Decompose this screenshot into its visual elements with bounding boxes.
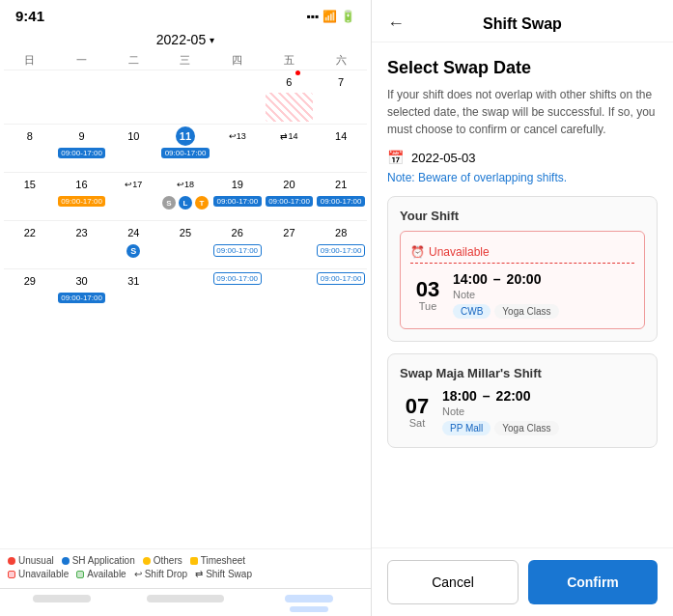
swap-shift-card: Swap Maja Millar's Shift 07 Sat 18:00 – …: [387, 353, 658, 448]
cancel-button[interactable]: Cancel: [387, 560, 519, 604]
section-title: Select Swap Date: [387, 58, 658, 78]
tab-bar-1: [33, 595, 91, 602]
shift-bar-20: 09:00-17:00: [266, 196, 314, 207]
day-cell-25[interactable]: 25: [159, 221, 211, 268]
day-cell-6[interactable]: 6: [264, 70, 316, 124]
day-cell-21[interactable]: 21 09:00-17:00: [315, 173, 367, 220]
your-shift-tags: CWB Yoga Class: [453, 304, 634, 319]
day-cell-26[interactable]: 26 09:00-17:00: [211, 221, 264, 268]
weekday-tue: 二: [107, 53, 159, 68]
shift-bar-e1: 09:00-17:00: [213, 272, 262, 285]
day-num-11: 11: [176, 126, 195, 146]
day-cell-14[interactable]: 14: [315, 125, 367, 172]
day-cell-12[interactable]: ↩13: [211, 125, 264, 172]
week-row-1: 6 7: [4, 70, 367, 124]
tab-item-2: [124, 595, 247, 612]
confirm-button[interactable]: Confirm: [528, 560, 658, 604]
day-cell-11[interactable]: 11 09:00-17:00: [159, 125, 211, 172]
day-cell-27[interactable]: 27: [264, 221, 316, 268]
calendar-icon: 📅: [387, 150, 404, 165]
status-time: 9:41: [15, 8, 44, 24]
badge-t: T: [195, 196, 209, 210]
legend-timesheet: Timesheet: [190, 555, 245, 566]
day-cell-31[interactable]: 31: [107, 269, 159, 317]
right-content: Select Swap Date If your shift does not …: [372, 42, 673, 547]
avail-square: [76, 571, 84, 578]
weekday-thu: 四: [211, 53, 264, 68]
day-cell-10[interactable]: 10: [107, 125, 159, 172]
tab-bar-3b: [290, 606, 328, 612]
day-cell-28[interactable]: 28 09:00-17:00: [315, 221, 367, 268]
day-cell-22[interactable]: 22: [4, 221, 56, 268]
description: If your shift does not overlap with othe…: [387, 86, 658, 138]
status-bar: 9:41 ▪▪▪ 📶 🔋: [0, 0, 371, 28]
day-cell-20[interactable]: 20 09:00-17:00: [264, 173, 316, 220]
day-cell-7[interactable]: 7: [315, 70, 367, 124]
swap-shift-tag-yoga: Yoga Class: [494, 421, 558, 435]
week-row-2: 8 9 09:00-17:00 10 11 09:00-17:00 ↩13 ⇄1…: [4, 124, 367, 172]
day-cell-16[interactable]: 16 09:00-17:00: [56, 173, 108, 220]
battery-icon: 🔋: [341, 10, 355, 23]
day-cell-23[interactable]: 23: [56, 221, 108, 268]
day-num-26: 26: [228, 223, 247, 242]
day-num-20: 20: [279, 175, 298, 194]
day-cell-e4: 09:00-17:00: [315, 269, 367, 317]
calendar-month-label: 2022-05: [156, 32, 206, 47]
tab-item-1: [0, 595, 124, 612]
day-cell-empty3: [107, 70, 159, 124]
day-cell-17[interactable]: ↩17: [107, 173, 159, 220]
your-shift-day-num: 03: [416, 279, 439, 300]
day-num-10: 10: [124, 126, 143, 146]
legend-unavailable: Unavailable: [8, 569, 69, 579]
legend-sh-app: SH Application: [62, 555, 135, 566]
swap-shift-time-range: 18:00 – 22:00: [442, 388, 645, 404]
day-num-28: 28: [331, 223, 351, 242]
swap-shift-day-num: 07: [406, 396, 429, 417]
shift-swap-label: Shift Swap: [206, 569, 252, 579]
day-cell-empty1: [4, 70, 56, 124]
day-cell-e1: [159, 269, 211, 317]
unavail-label: Unavailable: [18, 569, 69, 579]
swap-shift-dash: –: [483, 388, 491, 404]
unavailable-card: ⏰ Unavailable 03 Tue 14:00 – 20:00: [400, 231, 645, 329]
day-cell-13[interactable]: ⇄14: [264, 125, 316, 172]
note-warning: Note: Beware of overlapping shifts.: [387, 171, 658, 184]
day-num-16: 16: [71, 175, 91, 194]
timesheet-label: Timesheet: [201, 555, 245, 566]
day-cell-24[interactable]: 24 S: [107, 221, 159, 268]
day-num-17: ↩17: [124, 175, 143, 194]
your-shift-time-range: 14:00 – 20:00: [453, 271, 634, 287]
day-cell-empty5: [211, 70, 264, 124]
day-num-25: 25: [176, 223, 195, 242]
day-cell-30[interactable]: 30 09:00-17:00: [56, 269, 108, 317]
calendar-panel: 9:41 ▪▪▪ 📶 🔋 2022-05 ▾ 日 一 二 三 四 五 六 6: [0, 0, 372, 616]
weekday-sun: 日: [4, 53, 56, 68]
sh-app-dot: [62, 557, 70, 565]
your-shift-label: Your Shift: [400, 209, 645, 223]
bottom-tabs: [0, 588, 371, 616]
tab-bar-3: [285, 595, 333, 602]
day-cell-9[interactable]: 9 09:00-17:00: [56, 125, 108, 172]
swap-shift-tag-pp: PP Mall: [442, 421, 491, 435]
day-cell-15[interactable]: 15: [4, 173, 56, 220]
swap-shift-date-block: 07 Sat: [400, 396, 435, 429]
shift-bar-11: 09:00-17:00: [161, 148, 210, 158]
others-label: Others: [154, 555, 182, 566]
day-cell-empty4: [159, 70, 211, 124]
day-cell-29[interactable]: 29: [4, 269, 56, 317]
back-button[interactable]: ←: [387, 14, 405, 34]
swap-shift-label: Swap Maja Millar's Shift: [400, 366, 645, 380]
day-cell-18[interactable]: ↩18 S L T: [159, 173, 211, 220]
shift-bar-16: 09:00-17:00: [58, 196, 106, 207]
calendar-month-header[interactable]: 2022-05 ▾: [0, 28, 371, 51]
chevron-down-icon: ▾: [210, 35, 214, 45]
shift-bar-30: 09:00-17:00: [58, 293, 106, 303]
day-num-12: ↩13: [228, 126, 247, 146]
week-row-5: 29 30 09:00-17:00 31 09:00-17:00 09:00-1…: [4, 268, 367, 317]
day-cell-8[interactable]: 8: [4, 125, 56, 172]
weekday-sat: 六: [315, 53, 367, 68]
week-row-3: 15 16 09:00-17:00 ↩17 ↩18 S L T 19 09:00…: [4, 172, 367, 220]
day-cell-19[interactable]: 19 09:00-17:00: [211, 173, 264, 220]
your-shift-detail: 03 Tue 14:00 – 20:00 Note CWB Yoga Class: [410, 271, 634, 319]
day-num-31: 31: [124, 271, 143, 291]
